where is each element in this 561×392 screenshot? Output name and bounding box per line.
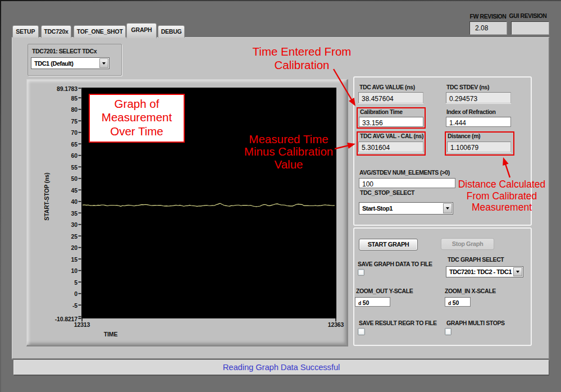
svg-text:12363: 12363: [328, 321, 344, 328]
svg-text:55: 55: [71, 164, 78, 171]
svg-text:TIME: TIME: [104, 331, 118, 338]
svg-text:50: 50: [71, 175, 78, 182]
svg-text:30: 30: [71, 221, 78, 228]
svg-text:15: 15: [71, 256, 78, 263]
svg-text:5: 5: [74, 279, 77, 286]
svg-text:70: 70: [71, 129, 78, 136]
svg-text:10: 10: [71, 267, 78, 274]
svg-text:25: 25: [71, 233, 78, 240]
svg-text:85: 85: [71, 95, 78, 102]
svg-text:40: 40: [71, 198, 78, 205]
svg-text:12313: 12313: [74, 321, 90, 328]
svg-text:20: 20: [71, 244, 78, 251]
svg-text:0: 0: [74, 290, 77, 297]
svg-text:89.1783: 89.1783: [57, 85, 77, 92]
svg-text:45: 45: [71, 187, 78, 194]
svg-text:-5: -5: [72, 302, 77, 309]
svg-text:65: 65: [71, 141, 78, 148]
svg-text:START-STOP (ns): START-STOP (ns): [43, 172, 50, 220]
svg-text:75: 75: [71, 118, 78, 125]
svg-text:60: 60: [71, 152, 78, 159]
svg-text:80: 80: [71, 106, 78, 113]
svg-text:35: 35: [71, 210, 78, 217]
